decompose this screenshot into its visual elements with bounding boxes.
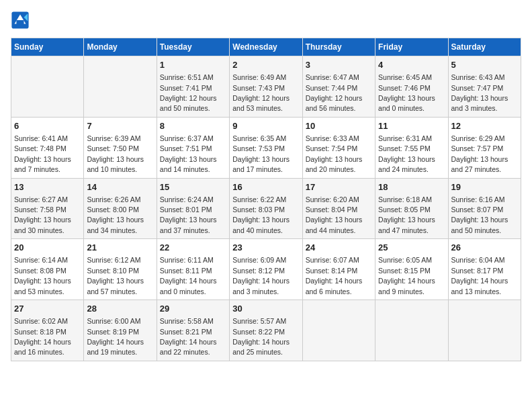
header-cell-wednesday: Wednesday xyxy=(230,38,302,56)
day-cell xyxy=(448,300,521,361)
header-cell-tuesday: Tuesday xyxy=(157,38,229,56)
day-cell: 19Sunrise: 6:16 AMSunset: 8:07 PMDayligh… xyxy=(448,178,521,239)
day-cell: 18Sunrise: 6:18 AMSunset: 8:05 PMDayligh… xyxy=(375,178,448,239)
header-cell-monday: Monday xyxy=(84,38,157,56)
day-number: 29 xyxy=(160,303,226,315)
day-cell: 7Sunrise: 6:39 AMSunset: 7:50 PMDaylight… xyxy=(84,117,157,178)
day-cell: 27Sunrise: 6:02 AMSunset: 8:18 PMDayligh… xyxy=(11,300,84,361)
cell-content: Sunrise: 6:51 AMSunset: 7:41 PMDaylight:… xyxy=(160,73,217,112)
cell-content: Sunrise: 6:47 AMSunset: 7:44 PMDaylight:… xyxy=(306,73,363,112)
day-cell: 20Sunrise: 6:14 AMSunset: 8:08 PMDayligh… xyxy=(11,239,84,300)
week-row-1: 1Sunrise: 6:51 AMSunset: 7:41 PMDaylight… xyxy=(11,56,521,118)
day-number: 27 xyxy=(14,303,81,315)
cell-content: Sunrise: 6:49 AMSunset: 7:43 PMDaylight:… xyxy=(232,73,290,112)
day-cell: 26Sunrise: 6:04 AMSunset: 8:17 PMDayligh… xyxy=(448,239,521,300)
cell-content: Sunrise: 6:31 AMSunset: 7:55 PMDaylight:… xyxy=(378,134,435,173)
header-row: SundayMondayTuesdayWednesdayThursdayFrid… xyxy=(11,38,521,56)
day-number: 11 xyxy=(378,120,445,132)
logo xyxy=(11,11,32,30)
day-cell: 15Sunrise: 6:24 AMSunset: 8:01 PMDayligh… xyxy=(157,178,229,239)
cell-content: Sunrise: 6:04 AMSunset: 8:17 PMDaylight:… xyxy=(451,256,508,295)
day-number: 3 xyxy=(306,59,372,71)
day-number: 6 xyxy=(14,120,81,132)
cell-content: Sunrise: 6:27 AMSunset: 7:58 PMDaylight:… xyxy=(14,195,71,234)
day-number: 19 xyxy=(451,181,518,193)
header-cell-sunday: Sunday xyxy=(11,38,84,56)
day-number: 21 xyxy=(87,242,153,254)
day-number: 13 xyxy=(14,181,81,193)
day-cell xyxy=(375,300,448,361)
day-cell: 12Sunrise: 6:29 AMSunset: 7:57 PMDayligh… xyxy=(448,117,521,178)
day-number: 30 xyxy=(232,303,299,315)
day-cell: 29Sunrise: 5:58 AMSunset: 8:21 PMDayligh… xyxy=(157,300,229,361)
cell-content: Sunrise: 6:37 AMSunset: 7:51 PMDaylight:… xyxy=(160,134,217,173)
header-cell-friday: Friday xyxy=(375,38,448,56)
cell-content: Sunrise: 6:12 AMSunset: 8:10 PMDaylight:… xyxy=(87,256,144,295)
day-number: 14 xyxy=(87,181,153,193)
day-cell: 13Sunrise: 6:27 AMSunset: 7:58 PMDayligh… xyxy=(11,178,84,239)
day-cell: 21Sunrise: 6:12 AMSunset: 8:10 PMDayligh… xyxy=(84,239,157,300)
day-number: 8 xyxy=(160,120,226,132)
day-number: 16 xyxy=(232,181,299,193)
cell-content: Sunrise: 6:35 AMSunset: 7:53 PMDaylight:… xyxy=(232,134,290,173)
cell-content: Sunrise: 6:29 AMSunset: 7:57 PMDaylight:… xyxy=(451,134,508,173)
day-cell: 5Sunrise: 6:43 AMSunset: 7:47 PMDaylight… xyxy=(448,56,521,118)
week-row-4: 20Sunrise: 6:14 AMSunset: 8:08 PMDayligh… xyxy=(11,239,521,300)
day-number: 10 xyxy=(306,120,372,132)
cell-content: Sunrise: 5:57 AMSunset: 8:22 PMDaylight:… xyxy=(232,317,290,356)
day-number: 22 xyxy=(160,242,226,254)
day-cell: 16Sunrise: 6:22 AMSunset: 8:03 PMDayligh… xyxy=(230,178,302,239)
cell-content: Sunrise: 6:26 AMSunset: 8:00 PMDaylight:… xyxy=(87,195,144,234)
cell-content: Sunrise: 6:33 AMSunset: 7:54 PMDaylight:… xyxy=(306,134,363,173)
day-number: 1 xyxy=(160,59,226,71)
day-cell: 25Sunrise: 6:05 AMSunset: 8:15 PMDayligh… xyxy=(375,239,448,300)
day-number: 26 xyxy=(451,242,518,254)
cell-content: Sunrise: 6:14 AMSunset: 8:08 PMDaylight:… xyxy=(14,256,71,295)
cell-content: Sunrise: 6:09 AMSunset: 8:12 PMDaylight:… xyxy=(232,256,290,295)
day-number: 7 xyxy=(87,120,153,132)
page-header xyxy=(11,11,521,30)
day-cell xyxy=(84,56,157,118)
day-number: 2 xyxy=(232,59,299,71)
day-number: 24 xyxy=(306,242,372,254)
day-cell: 6Sunrise: 6:41 AMSunset: 7:48 PMDaylight… xyxy=(11,117,84,178)
calendar-header: SundayMondayTuesdayWednesdayThursdayFrid… xyxy=(11,38,521,56)
day-number: 5 xyxy=(451,59,518,71)
week-row-5: 27Sunrise: 6:02 AMSunset: 8:18 PMDayligh… xyxy=(11,300,521,361)
day-cell: 10Sunrise: 6:33 AMSunset: 7:54 PMDayligh… xyxy=(302,117,375,178)
week-row-3: 13Sunrise: 6:27 AMSunset: 7:58 PMDayligh… xyxy=(11,178,521,239)
day-cell: 14Sunrise: 6:26 AMSunset: 8:00 PMDayligh… xyxy=(84,178,157,239)
day-cell: 8Sunrise: 6:37 AMSunset: 7:51 PMDaylight… xyxy=(157,117,229,178)
cell-content: Sunrise: 6:02 AMSunset: 8:18 PMDaylight:… xyxy=(14,317,71,356)
day-cell: 17Sunrise: 6:20 AMSunset: 8:04 PMDayligh… xyxy=(302,178,375,239)
day-number: 23 xyxy=(232,242,299,254)
cell-content: Sunrise: 6:05 AMSunset: 8:15 PMDaylight:… xyxy=(378,256,435,295)
day-number: 20 xyxy=(14,242,81,254)
cell-content: Sunrise: 6:22 AMSunset: 8:03 PMDaylight:… xyxy=(232,195,290,234)
day-number: 18 xyxy=(378,181,445,193)
cell-content: Sunrise: 6:07 AMSunset: 8:14 PMDaylight:… xyxy=(306,256,363,295)
svg-rect-2 xyxy=(16,20,24,25)
header-cell-saturday: Saturday xyxy=(448,38,521,56)
calendar-table: SundayMondayTuesdayWednesdayThursdayFrid… xyxy=(11,38,521,361)
cell-content: Sunrise: 6:24 AMSunset: 8:01 PMDaylight:… xyxy=(160,195,217,234)
cell-content: Sunrise: 6:11 AMSunset: 8:11 PMDaylight:… xyxy=(160,256,217,295)
day-cell: 28Sunrise: 6:00 AMSunset: 8:19 PMDayligh… xyxy=(84,300,157,361)
day-number: 9 xyxy=(232,120,299,132)
day-number: 25 xyxy=(378,242,445,254)
logo-icon xyxy=(11,11,30,30)
day-number: 12 xyxy=(451,120,518,132)
day-cell xyxy=(11,56,84,118)
day-cell: 9Sunrise: 6:35 AMSunset: 7:53 PMDaylight… xyxy=(230,117,302,178)
day-number: 28 xyxy=(87,303,153,315)
day-cell: 2Sunrise: 6:49 AMSunset: 7:43 PMDaylight… xyxy=(230,56,302,118)
cell-content: Sunrise: 6:45 AMSunset: 7:46 PMDaylight:… xyxy=(378,73,435,112)
cell-content: Sunrise: 6:41 AMSunset: 7:48 PMDaylight:… xyxy=(14,134,71,173)
day-number: 4 xyxy=(378,59,445,71)
cell-content: Sunrise: 6:18 AMSunset: 8:05 PMDaylight:… xyxy=(378,195,435,234)
day-cell: 24Sunrise: 6:07 AMSunset: 8:14 PMDayligh… xyxy=(302,239,375,300)
cell-content: Sunrise: 6:16 AMSunset: 8:07 PMDaylight:… xyxy=(451,195,508,234)
calendar-body: 1Sunrise: 6:51 AMSunset: 7:41 PMDaylight… xyxy=(11,56,521,361)
week-row-2: 6Sunrise: 6:41 AMSunset: 7:48 PMDaylight… xyxy=(11,117,521,178)
day-cell: 11Sunrise: 6:31 AMSunset: 7:55 PMDayligh… xyxy=(375,117,448,178)
